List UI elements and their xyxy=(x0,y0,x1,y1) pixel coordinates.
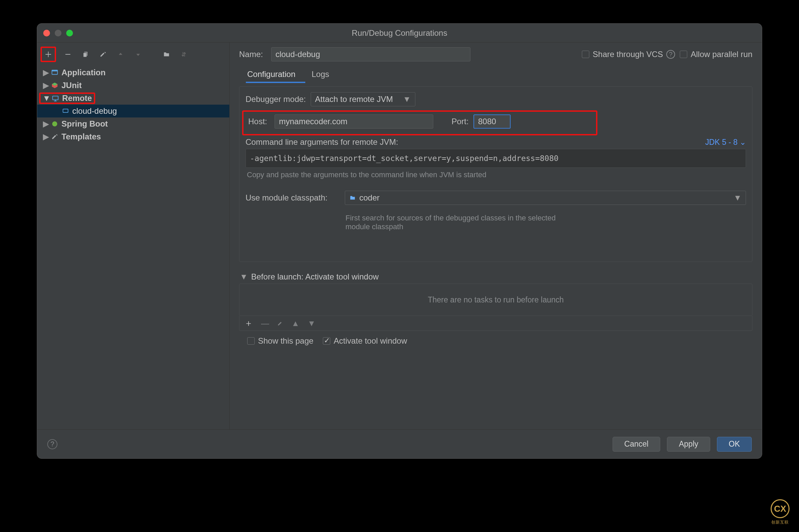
tree-node-spring-boot[interactable]: ▶ Spring Boot xyxy=(37,117,229,130)
module-classpath-select[interactable]: coder ▼ xyxy=(345,191,746,205)
apply-button[interactable]: Apply xyxy=(667,437,710,452)
jdk-version-select[interactable]: JDK 5 - 8 ⌄ xyxy=(705,138,746,147)
dialog-body: ▶ Application ▶ JUnit xyxy=(37,42,762,430)
chevron-down-icon: ▼ xyxy=(733,193,742,203)
run-debug-config-dialog: Run/Debug Configurations xyxy=(37,23,762,459)
checkbox-icon xyxy=(247,337,255,345)
tree-node-templates[interactable]: ▶ Templates xyxy=(37,130,229,143)
activate-tool-window-option[interactable]: Activate tool window xyxy=(323,336,407,346)
dialog-footer: ? Cancel Apply OK xyxy=(37,430,762,458)
cmd-args-field[interactable]: -agentlib:jdwp=transport=dt_socket,serve… xyxy=(245,149,746,168)
config-toolbar xyxy=(37,42,229,65)
before-launch-header[interactable]: ▼ Before launch: Activate tool window xyxy=(239,272,752,282)
configuration-panel: Debugger mode: Attach to remote JVM ▼ Ho… xyxy=(239,87,752,262)
before-launch-toolbar: ＋ — ▲ ▼ xyxy=(239,316,752,331)
remove-task-button[interactable]: — xyxy=(261,319,269,328)
debugger-mode-label: Debugger mode: xyxy=(245,95,306,104)
svg-rect-2 xyxy=(53,96,58,100)
cancel-button[interactable]: Cancel xyxy=(613,437,661,452)
before-launch-list: There are no tasks to run before launch xyxy=(239,284,752,316)
config-tree[interactable]: ▶ Application ▶ JUnit xyxy=(37,65,229,430)
junit-icon xyxy=(50,82,59,89)
module-hint: First search for sources of the debugged… xyxy=(245,211,583,231)
remove-config-button[interactable] xyxy=(62,49,74,60)
before-launch-section: ▼ Before launch: Activate tool window Th… xyxy=(239,272,752,346)
module-icon xyxy=(349,195,356,201)
tab-configuration[interactable]: Configuration xyxy=(246,66,297,83)
help-button[interactable]: ? xyxy=(47,439,57,449)
edit-templates-button[interactable] xyxy=(97,49,109,60)
watermark: CX 创新互联 xyxy=(770,499,789,525)
svg-rect-3 xyxy=(63,109,68,112)
chevron-down-icon: ▼ xyxy=(403,95,411,104)
checkbox-icon xyxy=(582,51,589,58)
tree-node-cloud-debug[interactable]: cloud-debug xyxy=(37,104,229,117)
sort-button[interactable] xyxy=(178,49,190,60)
remote-config-icon xyxy=(61,108,70,114)
cmd-args-label: Command line arguments for remote JVM: xyxy=(245,137,398,147)
highlight-add xyxy=(40,46,56,62)
debugger-mode-select[interactable]: Attach to remote JVM ▼ xyxy=(311,92,415,106)
remote-icon xyxy=(51,95,60,102)
help-icon[interactable]: ? xyxy=(666,50,675,59)
titlebar: Run/Debug Configurations xyxy=(37,24,762,42)
expand-icon: ▶ xyxy=(42,132,50,141)
spring-boot-icon xyxy=(50,120,59,127)
move-down-button[interactable] xyxy=(132,49,144,60)
add-task-button[interactable]: ＋ xyxy=(244,317,253,329)
tabs: Configuration Logs xyxy=(239,65,762,83)
templates-icon xyxy=(50,133,59,140)
checkbox-icon xyxy=(680,51,687,58)
application-icon xyxy=(50,69,59,76)
expand-icon: ▶ xyxy=(42,119,50,129)
cmd-hint: Copy and paste the arguments to the comm… xyxy=(245,168,746,179)
collapse-icon: ▼ xyxy=(240,272,248,282)
share-vcs-option[interactable]: Share through VCS ? xyxy=(582,50,675,59)
folder-button[interactable] xyxy=(161,49,172,60)
svg-rect-1 xyxy=(52,70,58,72)
watermark-text: 创新互联 xyxy=(771,519,789,525)
move-task-up-button[interactable]: ▲ xyxy=(292,319,300,328)
dialog-title: Run/Debug Configurations xyxy=(37,28,762,38)
sidebar: ▶ Application ▶ JUnit xyxy=(37,42,230,430)
ok-button[interactable]: OK xyxy=(717,437,752,452)
add-config-button[interactable] xyxy=(42,49,54,60)
name-input[interactable] xyxy=(271,47,470,61)
tree-node-remote[interactable]: ▼ Remote xyxy=(37,92,229,104)
move-task-down-button[interactable]: ▼ xyxy=(308,319,316,328)
checkbox-checked-icon xyxy=(323,337,330,345)
allow-parallel-option[interactable]: Allow parallel run xyxy=(680,50,752,59)
main-panel: Name: Share through VCS ? Allow parallel… xyxy=(230,42,762,430)
tab-logs[interactable]: Logs xyxy=(310,66,331,83)
name-label: Name: xyxy=(239,50,263,59)
chevron-down-icon: ⌄ xyxy=(740,138,746,147)
highlight-remote: ▼ Remote xyxy=(39,93,95,104)
tree-node-junit[interactable]: ▶ JUnit xyxy=(37,79,229,92)
tree-node-application[interactable]: ▶ Application xyxy=(37,66,229,79)
expand-icon: ▶ xyxy=(42,68,50,77)
highlight-host-port xyxy=(242,110,597,135)
move-up-button[interactable] xyxy=(115,49,126,60)
name-row: Name: Share through VCS ? Allow parallel… xyxy=(239,42,762,65)
svg-point-4 xyxy=(52,121,57,127)
collapse-icon: ▼ xyxy=(42,94,51,103)
edit-task-button[interactable] xyxy=(277,320,283,326)
copy-config-button[interactable] xyxy=(80,49,91,60)
show-this-page-option[interactable]: Show this page xyxy=(247,336,313,346)
expand-icon: ▶ xyxy=(42,81,50,90)
module-classpath-label: Use module classpath: xyxy=(245,193,340,203)
watermark-icon: CX xyxy=(770,499,789,518)
